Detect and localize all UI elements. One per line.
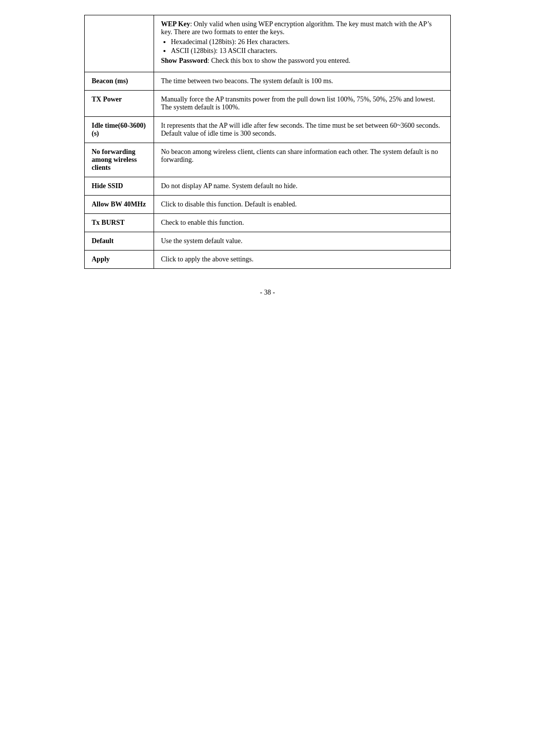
table-row: TX Power Manually force the AP transmits… bbox=[85, 91, 451, 117]
table-row: Idle time(60-3600)(s) It represents that… bbox=[85, 117, 451, 143]
row-desc-apply: Click to apply the above settings. bbox=[154, 251, 451, 269]
row-label-idletime: Idle time(60-3600)(s) bbox=[85, 117, 154, 143]
table-row: Beacon (ms) The time between two beacons… bbox=[85, 72, 451, 91]
table-row: WEP Key: Only valid when using WEP encry… bbox=[85, 15, 451, 72]
row-label-wep bbox=[85, 15, 154, 72]
row-label-beacon: Beacon (ms) bbox=[85, 72, 154, 91]
page-container: WEP Key: Only valid when using WEP encry… bbox=[74, 15, 461, 297]
row-desc-txburst: Check to enable this function. bbox=[154, 214, 451, 232]
row-desc-txpower: Manually force the AP transmits power fr… bbox=[154, 91, 451, 117]
row-desc-bw40: Click to disable this function. Default … bbox=[154, 196, 451, 214]
row-desc-wep: WEP Key: Only valid when using WEP encry… bbox=[154, 15, 451, 72]
table-row: Tx BURST Check to enable this function. bbox=[85, 214, 451, 232]
table-row: No forwarding among wireless clients No … bbox=[85, 143, 451, 177]
row-label-default: Default bbox=[85, 232, 154, 251]
row-desc-idletime: It represents that the AP will idle afte… bbox=[154, 117, 451, 143]
row-label-bw40: Allow BW 40MHz bbox=[85, 196, 154, 214]
row-desc-beacon: The time between two beacons. The system… bbox=[154, 72, 451, 91]
table-row: Allow BW 40MHz Click to disable this fun… bbox=[85, 196, 451, 214]
table-row: Apply Click to apply the above settings. bbox=[85, 251, 451, 269]
row-label-txpower: TX Power bbox=[85, 91, 154, 117]
row-desc-default: Use the system default value. bbox=[154, 232, 451, 251]
table-row: Hide SSID Do not display AP name. System… bbox=[85, 177, 451, 196]
page-number: - 38 - bbox=[84, 289, 451, 297]
row-desc-noforwarding: No beacon among wireless client, clients… bbox=[154, 143, 451, 177]
row-label-txburst: Tx BURST bbox=[85, 214, 154, 232]
table-row: Default Use the system default value. bbox=[85, 232, 451, 251]
row-label-apply: Apply bbox=[85, 251, 154, 269]
row-label-noforwarding: No forwarding among wireless clients bbox=[85, 143, 154, 177]
reference-table: WEP Key: Only valid when using WEP encry… bbox=[84, 15, 451, 269]
row-desc-hidessid: Do not display AP name. System default n… bbox=[154, 177, 451, 196]
row-label-hidessid: Hide SSID bbox=[85, 177, 154, 196]
